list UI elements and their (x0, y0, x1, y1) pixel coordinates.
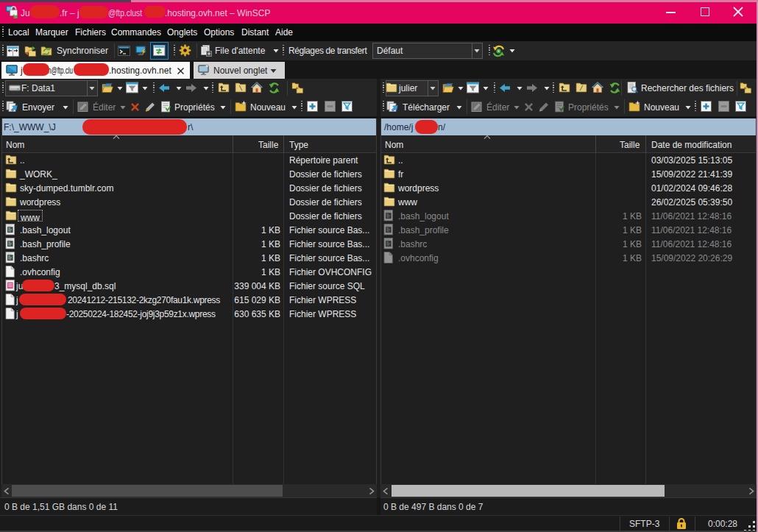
svg-text:/: / (579, 85, 583, 93)
svg-text:\: \ (238, 85, 242, 93)
